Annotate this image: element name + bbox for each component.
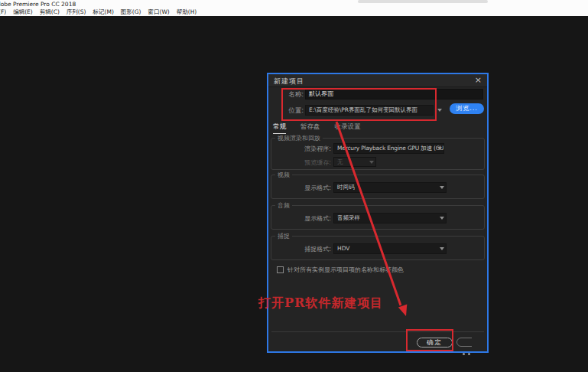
group-video-title: 视频 bbox=[275, 171, 292, 179]
chevron-down-icon[interactable] bbox=[440, 217, 444, 220]
group-capture: 捕捉 捕捉格式: HDV bbox=[271, 236, 485, 260]
tab-ingest-settings[interactable]: 收录设置 bbox=[335, 122, 361, 134]
renderer-dropdown[interactable]: Mercury Playback Engine GPU 加速 (CUDA) bbox=[333, 143, 444, 154]
chevron-down-icon bbox=[369, 161, 374, 164]
tab-general[interactable]: 常规 bbox=[273, 122, 286, 134]
group-video: 视频 显示格式: 时间码 bbox=[271, 175, 485, 199]
audio-format-label: 显示格式: bbox=[285, 214, 331, 223]
chevron-down-icon[interactable] bbox=[437, 109, 442, 112]
browse-button[interactable]: 浏览... bbox=[450, 103, 484, 114]
annotation-box-fields bbox=[281, 88, 437, 121]
close-icon[interactable]: × bbox=[475, 76, 482, 85]
capture-format-label: 捕捉格式: bbox=[285, 245, 331, 253]
menu-item-clip[interactable]: 剪辑(C) bbox=[40, 8, 60, 16]
group-video-rendering-title: 视频渲染和回放 bbox=[275, 134, 323, 142]
app-menubar: Adobe Premiere Pro CC 2018 文件(F) 编辑(E) 剪… bbox=[0, 0, 588, 16]
annotation-handle-dot bbox=[463, 353, 465, 355]
checkbox-unchecked-icon[interactable] bbox=[277, 266, 284, 273]
video-format-label: 显示格式: bbox=[285, 184, 331, 192]
dialog-titlebar[interactable]: 新建项目 × bbox=[268, 74, 487, 87]
video-format-dropdown[interactable]: 时间码 bbox=[333, 182, 447, 193]
group-video-rendering: 视频渲染和回放 渲染程序: Mercury Playback Engine GP… bbox=[271, 138, 485, 170]
cancel-button-outline bbox=[456, 338, 472, 347]
renderer-label: 渲染程序: bbox=[285, 145, 331, 153]
dialog-tabs: 常规 暂存盘 收录设置 bbox=[273, 122, 361, 134]
tab-scratch-disks[interactable]: 暂存盘 bbox=[300, 122, 320, 134]
titlebar-shadow bbox=[358, 0, 488, 3]
dialog-title: 新建项目 bbox=[274, 77, 304, 86]
checkbox-label: 针对所有实例显示项目项的名称和标签颜色 bbox=[288, 266, 404, 274]
group-audio-title: 音频 bbox=[275, 201, 292, 210]
preview-cache-label: 预览缓存: bbox=[285, 158, 331, 167]
display-names-option: 针对所有实例显示项目项的名称和标签颜色 bbox=[277, 266, 404, 274]
audio-format-dropdown[interactable]: 音频采样 bbox=[333, 213, 447, 224]
menu-item-marker[interactable]: 标记(M) bbox=[93, 8, 113, 16]
chevron-down-icon[interactable] bbox=[437, 147, 442, 150]
annotation-caption: 打开PR软件新建项目 bbox=[258, 295, 383, 312]
menu-item-graphics[interactable]: 图形(G) bbox=[121, 8, 141, 16]
cancel-button-partial[interactable] bbox=[456, 337, 472, 348]
annotation-box-ok bbox=[406, 329, 453, 351]
menu-item-edit[interactable]: 编辑(E) bbox=[13, 8, 33, 16]
menu-item-sequence[interactable]: 序列(S) bbox=[67, 8, 86, 16]
capture-format-dropdown[interactable]: HDV bbox=[333, 243, 447, 254]
app-title: Adobe Premiere Pro CC 2018 bbox=[0, 1, 76, 8]
chevron-down-icon[interactable] bbox=[440, 186, 444, 189]
group-audio: 音频 显示格式: 音频采样 bbox=[271, 205, 485, 230]
chevron-down-icon[interactable] bbox=[440, 247, 444, 250]
menu-item-help[interactable]: 帮助(H) bbox=[177, 8, 197, 16]
group-capture-title: 捕捉 bbox=[275, 232, 292, 240]
annotation-handle-dot bbox=[468, 353, 470, 355]
menu-item-window[interactable]: 窗口(W) bbox=[148, 8, 169, 16]
menu-item-file[interactable]: 文件(F) bbox=[0, 8, 6, 16]
menu-row: 文件(F) 编辑(E) 剪辑(C) 序列(S) 标记(M) 图形(G) 窗口(W… bbox=[0, 8, 197, 16]
